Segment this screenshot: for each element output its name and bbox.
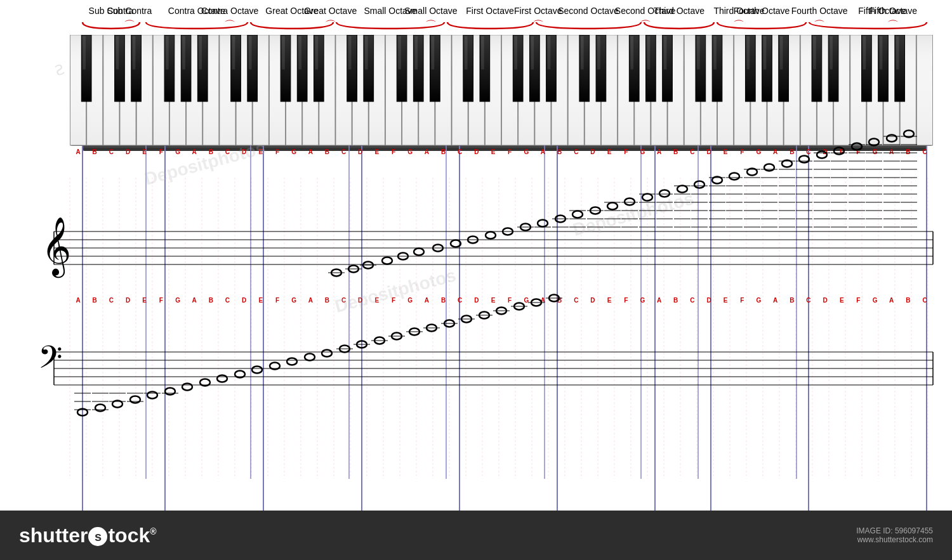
note-letter-5: F — [153, 148, 169, 155]
note-letter-37: C — [684, 148, 701, 155]
image-info: IMAGE ID: 596097455 www.shutterstock.com — [856, 526, 933, 544]
note-letter-20: G — [402, 297, 418, 304]
note-letter-23: C — [452, 297, 468, 304]
note-letter-36: B — [668, 297, 684, 304]
website-label: www.shutterstock.com — [856, 535, 933, 544]
note-letter-6: G — [169, 297, 186, 304]
note-letter-23: C — [452, 148, 468, 155]
note-letter-26: F — [501, 148, 518, 155]
note-letter-17: D — [352, 148, 369, 155]
note-letter-35: A — [651, 148, 667, 155]
note-letter-2: C — [103, 297, 119, 304]
note-letter-50: B — [900, 148, 916, 155]
svg-text:Third  Octave: Third Octave — [654, 6, 704, 16]
note-letter-33: F — [618, 297, 634, 304]
svg-text:Fifth  Octave: Fifth Octave — [858, 6, 906, 16]
note-letter-34: G — [634, 148, 651, 155]
note-letter-29: B — [552, 297, 568, 304]
note-letter-2: C — [103, 148, 119, 155]
note-letter-15: B — [319, 148, 335, 155]
note-letter-32: E — [601, 297, 618, 304]
note-letter-19: F — [385, 148, 402, 155]
note-letter-20: G — [402, 148, 418, 155]
note-letter-27: G — [518, 297, 534, 304]
note-letter-31: D — [585, 148, 601, 155]
note-letter-14: A — [302, 148, 319, 155]
note-letter-43: B — [784, 297, 800, 304]
note-letter-47: F — [850, 297, 866, 304]
note-letter-29: B — [552, 148, 568, 155]
shutterstock-logo: shutterstock® — [19, 524, 157, 547]
note-letter-41: G — [750, 148, 767, 155]
svg-text:Contra  Octave: Contra Octave — [168, 6, 225, 16]
image-id-label: IMAGE ID: 596097455 — [856, 526, 933, 535]
note-letter-51: C — [916, 148, 933, 155]
note-letter-43: B — [784, 148, 800, 155]
note-letter-48: G — [867, 148, 883, 155]
note-letters-top: ABCDEFGABCDEFGABCDEFGABCDEFGABCDEFGABCDE… — [70, 148, 933, 155]
note-letter-49: A — [883, 297, 900, 304]
note-letter-30: C — [568, 148, 585, 155]
note-letter-7: A — [186, 148, 202, 155]
note-letter-22: B — [435, 297, 451, 304]
note-letter-42: A — [767, 297, 784, 304]
note-letter-18: E — [369, 297, 385, 304]
note-letter-39: E — [717, 297, 734, 304]
note-letter-38: D — [701, 148, 717, 155]
note-letter-16: C — [336, 297, 352, 304]
note-letter-12: F — [269, 297, 286, 304]
note-letter-21: A — [418, 148, 435, 155]
note-letter-1: B — [86, 148, 103, 155]
note-letter-49: A — [883, 148, 900, 155]
note-letter-8: B — [202, 297, 219, 304]
note-letter-40: F — [734, 297, 750, 304]
note-letter-13: G — [286, 297, 302, 304]
svg-text:Ƨ: Ƨ — [53, 61, 67, 79]
note-letter-33: F — [618, 148, 634, 155]
note-letter-10: D — [236, 297, 253, 304]
note-letter-47: F — [850, 148, 866, 155]
note-letter-46: E — [833, 297, 850, 304]
note-letter-21: A — [418, 297, 435, 304]
note-letter-10: D — [236, 148, 253, 155]
note-letter-5: F — [153, 297, 169, 304]
note-letter-46: E — [833, 148, 850, 155]
note-letter-28: A — [534, 148, 551, 155]
svg-text:Sub Contra: Sub Contra — [89, 6, 134, 16]
note-letter-35: A — [651, 297, 667, 304]
note-letter-8: B — [202, 148, 219, 155]
note-letter-18: E — [369, 148, 385, 155]
note-letter-16: C — [336, 148, 352, 155]
note-letter-11: E — [253, 148, 269, 155]
note-letter-3: D — [119, 148, 136, 155]
note-letter-45: D — [817, 297, 833, 304]
note-letter-26: F — [501, 297, 518, 304]
note-letter-3: D — [119, 297, 136, 304]
note-letter-48: G — [867, 297, 883, 304]
note-letter-22: B — [435, 148, 451, 155]
note-letter-51: C — [916, 297, 933, 304]
svg-text:Second  Octave: Second Octave — [558, 6, 619, 16]
note-letter-42: A — [767, 148, 784, 155]
note-letter-11: E — [253, 297, 269, 304]
note-letter-7: A — [186, 297, 202, 304]
note-letter-50: B — [900, 297, 916, 304]
svg-text:Fourth  Octave: Fourth Octave — [734, 6, 790, 16]
note-letter-9: C — [219, 148, 235, 155]
note-letter-4: E — [136, 148, 153, 155]
main-content: Sub Contra ⌒ Contra Octave ⌒ Great Octav… — [0, 0, 952, 511]
note-letter-9: C — [219, 297, 235, 304]
note-letter-34: G — [634, 297, 651, 304]
note-letter-4: E — [136, 297, 153, 304]
note-letter-40: F — [734, 148, 750, 155]
note-letter-30: C — [568, 297, 585, 304]
note-letter-17: D — [352, 297, 369, 304]
note-letter-19: F — [385, 297, 402, 304]
note-letter-44: C — [800, 297, 817, 304]
note-letter-0: A — [70, 297, 86, 304]
note-letter-14: A — [302, 297, 319, 304]
note-letter-39: E — [717, 148, 734, 155]
note-letter-24: D — [468, 297, 485, 304]
note-letter-25: E — [485, 148, 501, 155]
note-letter-27: G — [518, 148, 534, 155]
